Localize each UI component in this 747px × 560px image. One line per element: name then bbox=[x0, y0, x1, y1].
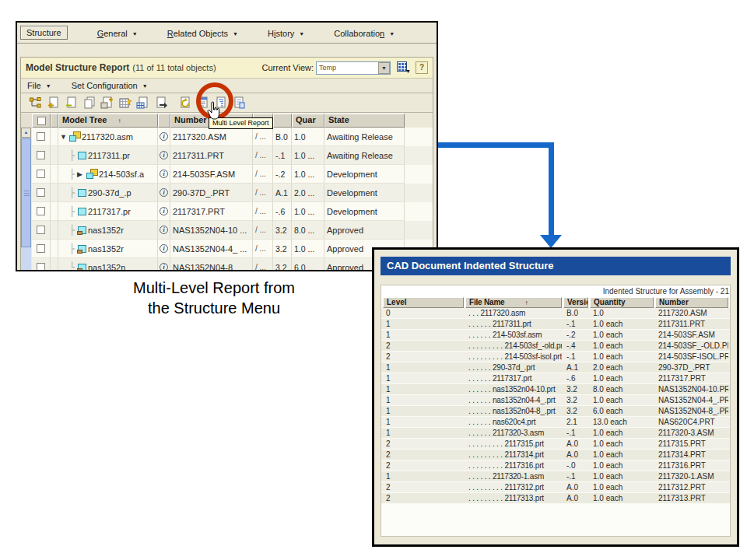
menu-item-collaboration[interactable]: Collaboration ▼ bbox=[334, 29, 395, 38]
cell-version: -.6 bbox=[563, 373, 588, 383]
table-row[interactable]: 2. . . . . . . . . 2117312.prtA.01.0 eac… bbox=[381, 482, 730, 493]
model-tree-label[interactable]: 2117320.asm bbox=[82, 132, 133, 142]
menu-item-general[interactable]: General ▼ bbox=[97, 29, 138, 38]
menubar-item-file[interactable]: File ▼ bbox=[27, 81, 51, 90]
table-row[interactable]: ├2117317.pri2117317.PRT/ ...-.61.0 ...De… bbox=[32, 202, 433, 221]
cell-file-name: . . . . . . nas620c4.prt bbox=[465, 417, 562, 427]
table-row[interactable]: 1. . . . . . 214-503sf.asm-.21.0 each214… bbox=[381, 330, 730, 341]
state-header[interactable]: State bbox=[324, 114, 405, 128]
table-row[interactable]: 2. . . . . . . . . 214-503sf-isol.prt-.1… bbox=[381, 352, 730, 362]
cell-version: B.0 bbox=[563, 308, 588, 318]
part-icon bbox=[77, 263, 87, 272]
vertical-scrollbar[interactable]: ▲ bbox=[21, 128, 31, 271]
info-icon[interactable]: i bbox=[160, 132, 168, 141]
model-tree-label[interactable]: 214-503sf.a bbox=[99, 170, 144, 179]
row-checkbox[interactable] bbox=[37, 263, 45, 271]
current-view-select[interactable]: Temp ▼ bbox=[316, 61, 391, 75]
table-row[interactable]: 2. . . . . . . . . 2117314.prtA.01.0 eac… bbox=[381, 450, 730, 460]
cell-quantity: 1.0 each bbox=[590, 471, 654, 481]
related-items-report-icon[interactable] bbox=[232, 96, 245, 109]
find-add-icon[interactable] bbox=[118, 96, 132, 109]
row-checkbox[interactable] bbox=[37, 151, 45, 159]
table-row[interactable]: 1. . . . . . 2117317.prt-.61.0 each21173… bbox=[381, 373, 730, 384]
model-tree-label[interactable]: 290-37d_.p bbox=[88, 188, 132, 198]
model-tree-label[interactable]: 2117317.pr bbox=[88, 207, 131, 216]
table-row[interactable]: 1. . . . . . 2117320-3.asm-.11.0 each211… bbox=[381, 428, 730, 439]
cell-quantity: 1.0 each bbox=[590, 395, 654, 405]
info-icon[interactable]: i bbox=[160, 151, 168, 159]
row-checkbox[interactable] bbox=[37, 188, 45, 197]
expand-icon[interactable]: ▶ bbox=[77, 170, 85, 178]
row-checkbox[interactable] bbox=[37, 207, 45, 215]
table-row[interactable]: ├290-37d_.pi290-37D_.PRT/ ...A.12.0 ...D… bbox=[32, 184, 433, 202]
info-icon[interactable]: i bbox=[160, 188, 168, 197]
column-header-quantity[interactable]: Quantity bbox=[590, 297, 654, 308]
save-plus-icon[interactable] bbox=[100, 96, 114, 109]
quantity-header[interactable]: Quar bbox=[292, 114, 324, 128]
info-header bbox=[158, 114, 170, 128]
column-header-versio[interactable]: Versio bbox=[563, 297, 588, 308]
cell-level: 2 bbox=[383, 482, 464, 492]
menu-item-related-objects[interactable]: Related Objects ▼ bbox=[167, 29, 238, 38]
help-button[interactable]: ? bbox=[416, 61, 428, 74]
cad-indented-structure-window: CAD Document Indented Structure Indented… bbox=[372, 247, 739, 547]
menubar-item-set-configuration[interactable]: Set Configuration ▼ bbox=[72, 81, 148, 90]
table-row[interactable]: 2. . . . . . . . . 2117315.prtA.01.0 eac… bbox=[381, 439, 730, 450]
column-header-level[interactable]: Level bbox=[383, 297, 464, 308]
scrollbar-thumb[interactable] bbox=[21, 138, 31, 247]
table-row[interactable]: 1. . . . . . nas1352n04-10.prt3.28.0 eac… bbox=[381, 384, 730, 395]
tab-structure[interactable]: Structure bbox=[20, 26, 68, 40]
cell-state: Approved bbox=[324, 221, 405, 240]
row-checkbox[interactable] bbox=[37, 244, 45, 253]
column-header-file-name[interactable]: File Name↑ bbox=[465, 297, 562, 308]
row-checkbox[interactable] bbox=[37, 132, 45, 141]
refresh-icon[interactable] bbox=[178, 96, 191, 109]
model-tree-header[interactable]: Model Tree↑ bbox=[58, 114, 158, 128]
cell-state: Awaiting Release bbox=[324, 146, 405, 165]
table-row[interactable]: ├nas1352riNAS1352N04-10 .../ ...3.28.0 .… bbox=[32, 221, 433, 240]
table-row[interactable]: 2. . . . . . . . . 214-503sf_-old.prt-.4… bbox=[381, 341, 730, 352]
cell-version: -.4 bbox=[563, 341, 588, 351]
tree-connector: ├ bbox=[69, 225, 77, 236]
info-icon[interactable]: i bbox=[160, 170, 168, 178]
insert-structure-icon[interactable] bbox=[29, 96, 42, 109]
cell-actions: / ... bbox=[253, 146, 273, 165]
table-row[interactable]: 2. . . . . . . . . 2117313.prtA.01.0 eac… bbox=[381, 493, 730, 504]
cell-number: NAS1352N04-4_.PRT bbox=[655, 395, 728, 405]
row-checkbox[interactable] bbox=[37, 226, 45, 234]
collapse-icon[interactable]: ▼ bbox=[60, 133, 68, 141]
table-row[interactable]: ├▶214-503sf.ai214-503SF.ASM/ ...-.21.0 .… bbox=[32, 165, 433, 184]
copy-icon[interactable] bbox=[82, 96, 96, 109]
table-row[interactable]: ├2117311.pri2117311.PRT/ ...-.11.0 ...Aw… bbox=[32, 146, 433, 165]
table-row[interactable]: 1. . . . . . nas1352n04-8_.prt3.26.0 eac… bbox=[381, 406, 730, 417]
remove-node-icon[interactable] bbox=[65, 96, 78, 109]
table-view-icon[interactable]: ▼ bbox=[397, 61, 411, 74]
dropdown-arrow-icon[interactable]: ▼ bbox=[378, 62, 390, 74]
part-icon bbox=[77, 188, 87, 198]
table-row[interactable]: 1. . . . . . nas620c4.prt2.113.0 eachNAS… bbox=[381, 417, 730, 428]
table-row[interactable]: 1. . . . . . nas1352n04-4_.prt3.21.0 eac… bbox=[381, 395, 730, 406]
row-checkbox[interactable] bbox=[37, 170, 45, 178]
model-tree-label[interactable]: 2117311.pr bbox=[88, 151, 130, 160]
table-row[interactable]: 2. . . . . . . . . 2117316.prt-.01.0 eac… bbox=[381, 460, 730, 471]
table-row[interactable]: 1. . . . . . 2117311.prt-.11.0 each21173… bbox=[381, 319, 730, 330]
info-icon[interactable]: i bbox=[160, 263, 168, 271]
column-header-number[interactable]: Number bbox=[655, 297, 728, 308]
table-row[interactable]: 1. . . . . . 2117320-1.asm-.11.0 each211… bbox=[381, 471, 730, 482]
scroll-up-icon[interactable]: ▲ bbox=[21, 128, 31, 138]
model-tree-label[interactable]: nas1352n bbox=[88, 263, 125, 272]
model-tree-label[interactable]: nas1352r bbox=[88, 226, 124, 235]
model-tree-label[interactable]: nas1352r bbox=[88, 244, 124, 254]
menu-item-history[interactable]: History ▼ bbox=[268, 29, 304, 38]
info-icon[interactable]: i bbox=[160, 207, 168, 215]
cell-quantity: 8.0 ... bbox=[292, 221, 324, 240]
select-all-checkbox[interactable] bbox=[37, 117, 46, 125]
add-child-icon[interactable] bbox=[47, 96, 60, 109]
table-row[interactable]: ▼2117320.asmi2117320.ASM/ ...B.01.0Await… bbox=[32, 128, 433, 146]
info-icon[interactable]: i bbox=[160, 226, 168, 234]
table-row[interactable]: 1. . . . . . 290-37d_.prtA.12.0 each290-… bbox=[381, 362, 730, 373]
export-icon[interactable] bbox=[154, 96, 167, 109]
insert-table-icon[interactable] bbox=[136, 96, 149, 109]
info-icon[interactable]: i bbox=[160, 244, 168, 253]
table-row[interactable]: 0. . . 2117320.asmB.01.02117320.ASM bbox=[381, 308, 730, 319]
